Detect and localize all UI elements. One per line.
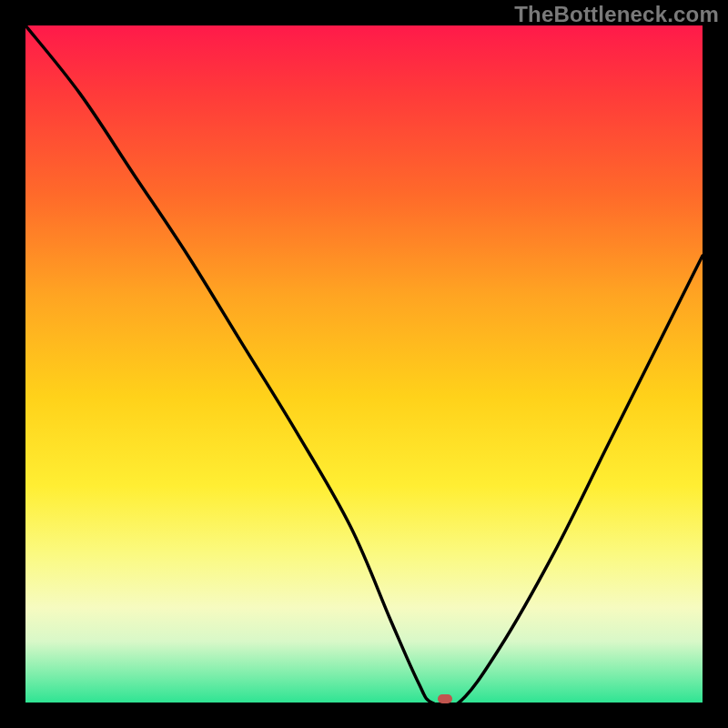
min-marker [438,694,452,703]
watermark-text: TheBottleneck.com [514,2,719,27]
curve-path [25,25,703,703]
curve-svg [25,25,703,703]
plot-area [25,25,703,703]
chart-frame: TheBottleneck.com [0,0,728,728]
